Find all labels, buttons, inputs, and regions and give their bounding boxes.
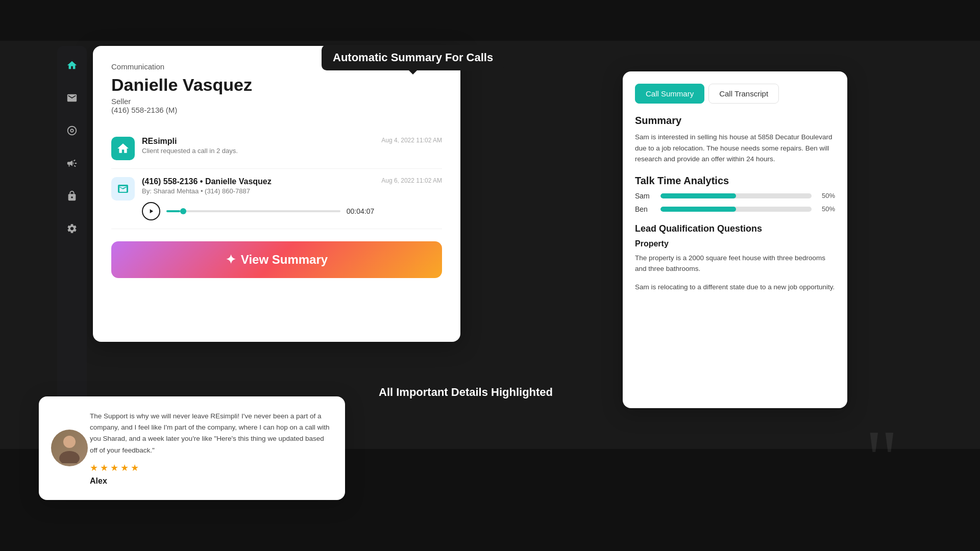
sidebar-icon-home[interactable] (63, 56, 81, 74)
call-summary-panel: Call Summary Call Transcript Summary Sam… (623, 71, 847, 408)
sidebar-icon-settings[interactable] (63, 219, 81, 238)
talk-pct-sam: 50% (817, 192, 835, 199)
call-title: (416) 558-2136 • Danielle Vasquez (142, 177, 374, 186)
talk-row-ben: Ben 50% (635, 205, 835, 213)
view-summary-icon: ✦ (226, 253, 236, 267)
contact-name: Danielle Vasquez (111, 75, 442, 95)
call-icon-box (111, 177, 135, 201)
resimpli-date: Aug 4, 2022 11:02 AM (381, 137, 442, 144)
call-subtitle: By: Sharad Mehtaa • (314) 860-7887 (142, 187, 374, 195)
sidebar-icon-target[interactable] (63, 121, 81, 140)
view-summary-label: View Summary (241, 253, 328, 267)
talk-label-sam: Sam (635, 192, 655, 200)
automatic-summary-tooltip: Automatic Summary For Calls (322, 45, 504, 70)
audio-duration: 00:04:07 (347, 207, 375, 215)
talk-bar-bg-ben (660, 207, 812, 212)
summary-text: Sam is interested in selling his house a… (635, 132, 835, 165)
testimonial-avatar (51, 430, 88, 466)
summary-title: Summary (635, 115, 835, 127)
talk-time-section: Talk Time Analytics Sam 50% Ben 50% (635, 175, 835, 213)
resimpli-title: REsimpli (142, 137, 374, 146)
property-label: Property (635, 239, 835, 248)
resimpli-subtitle: Client requested a call in 2 days. (142, 147, 374, 155)
contact-phone: (416) 558-2136 (M) (111, 106, 442, 114)
testimonial-stars: ★ ★ ★ ★ ★ (90, 462, 331, 473)
talk-bar-bg-sam (660, 193, 812, 198)
resimpli-comm-item: REsimpli Client requested a call in 2 da… (111, 129, 442, 169)
relocation-text: Sam is relocating to a different state d… (635, 282, 835, 293)
star-1: ★ (90, 462, 98, 473)
call-date: Aug 6, 2022 11:02 AM (381, 177, 442, 184)
testimonial-text: The Support is why we will never leave R… (90, 411, 331, 456)
lead-qual-title: Lead Qualification Questions (635, 223, 835, 234)
svg-point-1 (59, 451, 80, 463)
avatar-image (51, 430, 88, 466)
decorative-quote: " (865, 418, 898, 500)
tab-bar: Call Summary Call Transcript (635, 84, 835, 104)
call-content: (416) 558-2136 • Danielle Vasquez By: Sh… (142, 177, 374, 220)
tab-call-summary[interactable]: Call Summary (635, 84, 704, 104)
play-button[interactable] (142, 202, 160, 220)
star-4: ★ (120, 462, 129, 473)
call-comm-item: (416) 558-2136 • Danielle Vasquez By: Sh… (111, 169, 442, 229)
sidebar-icon-marketing[interactable] (63, 154, 81, 172)
star-5: ★ (131, 462, 139, 473)
contact-role: Seller (111, 97, 442, 106)
audio-player: 00:04:07 (142, 202, 374, 220)
talk-row-sam: Sam 50% (635, 192, 835, 200)
main-communication-card: Communication Danielle Vasquez Seller (4… (93, 46, 460, 342)
property-text: The property is a 2000 square feet house… (635, 253, 835, 274)
all-details-tooltip: All Important Details Highlighted (368, 380, 564, 405)
testimonial-name: Alex (90, 477, 331, 486)
sidebar-icon-security[interactable] (63, 187, 81, 205)
testimonial-card: The Support is why we will never leave R… (39, 396, 345, 500)
talk-time-title: Talk Time Analytics (635, 175, 835, 187)
talk-pct-ben: 50% (817, 205, 835, 213)
talk-label-ben: Ben (635, 205, 655, 213)
view-summary-button[interactable]: ✦ View Summary (111, 241, 442, 278)
star-2: ★ (100, 462, 108, 473)
sidebar-icon-inbox[interactable] (63, 89, 81, 107)
tab-call-transcript[interactable]: Call Transcript (708, 84, 779, 104)
resimpli-icon-box (111, 137, 135, 160)
audio-progress-bar[interactable] (166, 210, 340, 212)
star-3: ★ (110, 462, 118, 473)
resimpli-content: REsimpli Client requested a call in 2 da… (142, 137, 374, 155)
svg-point-0 (63, 436, 76, 448)
